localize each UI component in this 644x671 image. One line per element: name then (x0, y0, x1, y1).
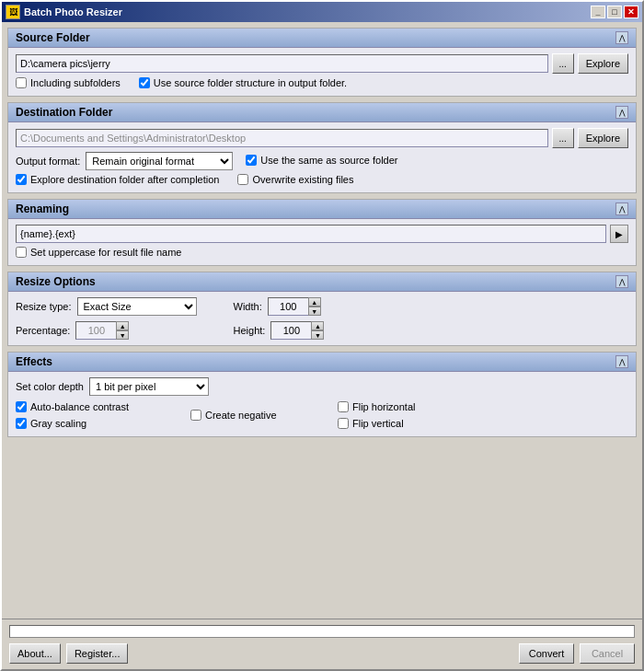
create-negative-row: Create negative (190, 410, 310, 421)
width-input[interactable] (268, 297, 309, 316)
dest-path-row: ... Explore (16, 128, 628, 148)
bottom-bar: About... Register... Convert Cancel (2, 619, 642, 669)
source-browse-button[interactable]: ... (552, 53, 574, 74)
destination-folder-collapse[interactable]: ⋀ (615, 106, 628, 119)
flip-vertical-row: Flip vertical (338, 418, 415, 429)
explore-after-row: Explore destination folder after complet… (16, 174, 219, 185)
use-same-source-checkbox[interactable] (246, 155, 257, 166)
source-folder-title: Source Folder (16, 31, 90, 44)
including-subfolders-label: Including subfolders (30, 77, 121, 88)
including-subfolders-checkbox[interactable] (16, 77, 27, 88)
flip-horizontal-row: Flip horizontal (338, 401, 415, 412)
height-spinner: ▲ ▼ (270, 321, 324, 340)
source-folder-header: Source Folder ⋀ (8, 29, 636, 48)
uppercase-label: Set uppercase for result file name (30, 247, 181, 258)
auto-balance-row: Auto-balance contrast (16, 401, 163, 412)
convert-button[interactable]: Convert (519, 643, 574, 664)
dest-explore-button[interactable]: Explore (578, 128, 628, 148)
bottom-left-buttons: About... Register... (9, 643, 128, 664)
gray-scaling-row: Gray scaling (16, 418, 163, 429)
renaming-pattern-input[interactable] (16, 225, 606, 243)
height-spin-down[interactable]: ▼ (311, 330, 324, 340)
resize-options-header: Resize Options ⋀ (8, 272, 636, 292)
gray-scaling-checkbox[interactable] (16, 418, 27, 429)
height-label: Height: (234, 325, 266, 336)
source-folder-body: ... Explore Including subfolders Use sou… (8, 48, 636, 96)
resize-options-collapse[interactable]: ⋀ (615, 275, 628, 288)
renaming-header: Renaming ⋀ (8, 200, 636, 219)
width-spin-down[interactable]: ▼ (308, 307, 321, 316)
effects-body: Set color depth 1 bit per pixel 8 bit pe… (8, 372, 636, 436)
flip-horizontal-checkbox[interactable] (338, 401, 349, 412)
destination-folder-header: Destination Folder ⋀ (8, 103, 636, 122)
dest-browse-button[interactable]: ... (552, 128, 574, 148)
main-content: Source Folder ⋀ ... Explore Including su… (2, 22, 642, 619)
source-folder-collapse[interactable]: ⋀ (615, 31, 628, 44)
explore-after-checkbox[interactable] (16, 174, 27, 185)
source-explore-button[interactable]: Explore (578, 53, 628, 74)
destination-folder-title: Destination Folder (16, 106, 112, 119)
including-subfolders-row: Including subfolders (16, 77, 121, 88)
effects-collapse[interactable]: ⋀ (615, 355, 628, 368)
dest-path-input[interactable] (16, 129, 548, 147)
renaming-collapse[interactable]: ⋀ (615, 202, 628, 215)
about-button[interactable]: About... (9, 643, 61, 664)
auto-balance-checkbox[interactable] (16, 401, 27, 412)
renaming-pattern-row: ▶ (16, 225, 628, 243)
uppercase-row: Set uppercase for result file name (16, 247, 628, 258)
overwrite-row: Overwrite existing files (237, 174, 353, 185)
flip-vertical-checkbox[interactable] (338, 418, 349, 429)
minimize-button[interactable]: _ (591, 6, 605, 18)
explore-after-label: Explore destination folder after complet… (30, 174, 219, 185)
overwrite-checkbox[interactable] (237, 174, 248, 185)
resize-type-label: Resize type: (16, 301, 72, 312)
height-spin-up[interactable]: ▲ (311, 321, 324, 330)
use-source-structure-label: Use source folder structure in output fo… (154, 77, 347, 88)
output-format-select[interactable]: Remain original format JPEG PNG BMP (86, 152, 233, 170)
height-input[interactable] (270, 321, 312, 340)
color-depth-select[interactable]: 1 bit per pixel 8 bit per pixel 16 bit p… (89, 377, 209, 396)
resize-options-body: Resize type: Exact Size Percentage Fit W… (8, 292, 636, 345)
output-format-row: Output format: Remain original format JP… (16, 152, 628, 170)
destination-folder-section: Destination Folder ⋀ ... Explore Output … (7, 102, 637, 193)
auto-balance-label: Auto-balance contrast (30, 401, 129, 412)
color-depth-label: Set color depth (16, 381, 84, 392)
maximize-button[interactable]: □ (607, 6, 622, 18)
uppercase-checkbox[interactable] (16, 247, 27, 258)
app-icon: 🖼 (6, 5, 20, 19)
cancel-button[interactable]: Cancel (580, 643, 635, 664)
renaming-section: Renaming ⋀ ▶ Set uppercase for result fi… (7, 199, 637, 266)
main-window: 🖼 Batch Photo Resizer _ □ ✕ Source Folde… (0, 0, 644, 671)
percentage-spin-up[interactable]: ▲ (116, 321, 129, 330)
height-spinner-buttons: ▲ ▼ (311, 321, 324, 340)
dest-options-row: Explore destination folder after complet… (16, 174, 628, 187)
effects-header: Effects ⋀ (8, 353, 636, 372)
overwrite-label: Overwrite existing files (252, 174, 353, 185)
effects-section: Effects ⋀ Set color depth 1 bit per pixe… (7, 352, 637, 437)
renaming-arrow-button[interactable]: ▶ (610, 225, 628, 243)
percentage-spin-down[interactable]: ▼ (116, 330, 129, 340)
width-spinner: ▲ ▼ (268, 297, 321, 316)
width-spin-up[interactable]: ▲ (308, 297, 321, 307)
use-same-source-row: Use the same as source folder (246, 155, 397, 166)
resize-options-section: Resize Options ⋀ Resize type: Exact Size… (7, 272, 637, 346)
progress-bar-container (9, 625, 635, 638)
resize-type-select[interactable]: Exact Size Percentage Fit Width Fit Heig… (77, 297, 197, 316)
use-source-structure-row: Use source folder structure in output fo… (139, 77, 347, 88)
effects-title: Effects (16, 355, 52, 368)
percentage-input[interactable] (75, 321, 117, 340)
output-format-label: Output format: (16, 156, 80, 167)
source-options-row: Including subfolders Use source folder s… (16, 77, 628, 90)
flip-vertical-label: Flip vertical (352, 418, 404, 429)
title-bar: 🖼 Batch Photo Resizer _ □ ✕ (2, 2, 642, 22)
register-button[interactable]: Register... (66, 643, 129, 664)
percentage-spinner: ▲ ▼ (75, 321, 129, 340)
source-folder-section: Source Folder ⋀ ... Explore Including su… (7, 28, 637, 97)
percentage-spinner-buttons: ▲ ▼ (116, 321, 129, 340)
flip-horizontal-label: Flip horizontal (352, 401, 415, 412)
close-button[interactable]: ✕ (624, 6, 638, 18)
use-source-structure-checkbox[interactable] (139, 77, 150, 88)
create-negative-checkbox[interactable] (190, 410, 201, 421)
renaming-body: ▶ Set uppercase for result file name (8, 219, 636, 265)
source-path-input[interactable] (16, 54, 548, 73)
